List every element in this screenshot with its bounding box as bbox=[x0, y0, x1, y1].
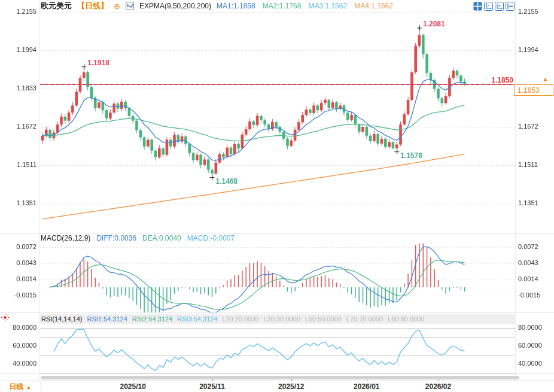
rsi-axis-label: 40.0000 bbox=[0, 360, 36, 367]
price-axis-label: 1.1833 bbox=[0, 84, 36, 92]
macd-axis-label: 0.0072 bbox=[518, 243, 553, 251]
ma-value-label: MA4:1.1562 bbox=[354, 2, 393, 10]
macd-axis-label: -0.0015 bbox=[518, 291, 553, 299]
rsi-value-label: RSI2:54.3124 bbox=[132, 315, 172, 323]
time-axis-label: 2026/02 bbox=[425, 382, 451, 391]
price-up-arrow-icon: ▲ bbox=[542, 75, 549, 83]
rsi-axis-label: 80.0000 bbox=[518, 324, 553, 332]
time-scrollbar-thumb[interactable] bbox=[41, 376, 519, 379]
macd-axis-label: 0.0072 bbox=[0, 243, 36, 251]
time-axis-label: 2025/12 bbox=[278, 382, 304, 391]
ma-value-label: MA1:1.1858 bbox=[217, 2, 255, 10]
chart-toolbar bbox=[473, 2, 515, 11]
axis-scale-right-icon[interactable] bbox=[495, 2, 504, 11]
candlestick-chart-icon bbox=[126, 2, 134, 10]
macd-axis-label: 0.0014 bbox=[0, 275, 36, 283]
rsi-value-label: L80:80.0000 bbox=[388, 315, 424, 323]
macd-value-label: DIFF:0.0036 bbox=[96, 234, 136, 242]
time-axis-label: 2026/01 bbox=[354, 382, 379, 391]
time-axis-tick bbox=[439, 379, 439, 381]
macd-value-label: DEA:0.0040 bbox=[142, 234, 181, 242]
price-axis-label: 1.1511 bbox=[518, 161, 553, 169]
macd-rsi-separator bbox=[0, 312, 554, 313]
rsi-axis-label: 60.0000 bbox=[518, 342, 553, 350]
rsi-title: RSI(14,14,14) bbox=[41, 315, 82, 323]
time-axis-label: 2025/10 bbox=[120, 382, 145, 391]
macd-values-row: DIFF:0.0036DEA:0.0040MACD:-0.0007 bbox=[96, 234, 235, 242]
price-axis-label: 1.2155 bbox=[0, 8, 36, 16]
ma-values-row: MA1:1.1858MA2:1.1768MA3:1.1562MA4:1.1562 bbox=[217, 2, 393, 10]
price-axis-label: 1.2155 bbox=[518, 8, 553, 16]
rsi-axis-label: 40.0000 bbox=[518, 360, 553, 367]
time-axis-tick bbox=[291, 379, 292, 381]
macd-axis-label: 0.0014 bbox=[518, 275, 553, 283]
last-price-box: 1.1853 bbox=[514, 84, 553, 96]
macd-title: MACD(26,12,9) bbox=[41, 234, 90, 242]
current-price-label: 1.1850 bbox=[491, 76, 513, 84]
rsi-bottom-separator bbox=[0, 373, 554, 374]
price-axis-label: 1.1511 bbox=[0, 161, 36, 169]
rsi-value-label: RSI1:54.3124 bbox=[87, 315, 127, 323]
price-annotation: 1.2081 bbox=[423, 20, 445, 28]
axis-scale-left-icon[interactable] bbox=[484, 2, 493, 11]
ma-value-label: MA3:1.1562 bbox=[308, 2, 347, 10]
time-scrollbar-track[interactable] bbox=[41, 376, 519, 379]
macd-axis-label: 0.0043 bbox=[518, 259, 553, 267]
add-indicator-icon[interactable]: ⊕ bbox=[114, 2, 120, 10]
rsi-axis-label: 80.0000 bbox=[0, 324, 36, 332]
right-axis-border bbox=[515, 0, 516, 381]
time-axis-tick bbox=[133, 379, 133, 381]
period-selector-label: 日线 bbox=[10, 382, 24, 392]
macd-axis-label: 0.0043 bbox=[0, 259, 36, 267]
price-axis-label: 1.1672 bbox=[0, 123, 36, 130]
pan-tool-icon[interactable] bbox=[473, 2, 482, 11]
macd-axis-label: -0.0015 bbox=[0, 291, 36, 299]
rsi-value-label: L20:20.0000 bbox=[222, 315, 258, 323]
indicator-name: EXPMA(9,50,200,200) bbox=[139, 2, 211, 10]
period-tag: 【日线】 bbox=[77, 1, 108, 11]
time-axis-tick bbox=[212, 379, 213, 381]
period-selector[interactable]: 日线 ▲ bbox=[0, 381, 41, 392]
symbol-name: 欧元美元 bbox=[41, 1, 72, 11]
period-selector-arrow-icon: ▲ bbox=[26, 384, 32, 390]
price-axis-label: 1.1351 bbox=[0, 199, 36, 207]
rsi-header: RSI(14,14,14) RSI1:54.3124RSI2:54.3124RS… bbox=[40, 314, 515, 324]
rsi-axis-label: 60.0000 bbox=[0, 342, 36, 350]
indicator-alert-icon[interactable] bbox=[1, 313, 10, 322]
main-chart-header: 欧元美元 【日线】 ⊕ EXPMA(9,50,200,200) MA1:1.18… bbox=[41, 1, 393, 11]
time-axis-tick bbox=[367, 379, 367, 381]
chart-canvas[interactable] bbox=[0, 0, 554, 392]
go-to-latest-icon[interactable] bbox=[506, 2, 515, 11]
price-annotation: 1.1468 bbox=[216, 177, 238, 186]
price-axis-label: 1.1351 bbox=[518, 199, 553, 207]
time-axis-label: 2025/11 bbox=[199, 382, 225, 391]
rsi-value-label: L70:70.0000 bbox=[346, 315, 383, 323]
macd-header: MACD(26,12,9) DIFF:0.0036DEA:0.0040MACD:… bbox=[41, 234, 235, 242]
price-annotation: 1.1576 bbox=[400, 151, 422, 160]
time-axis: 2025/102025/112025/122026/012026/02 bbox=[0, 381, 554, 392]
rsi-value-label: RSI3:54.3124 bbox=[177, 315, 217, 323]
rsi-value-label: L30:30.0000 bbox=[264, 315, 300, 323]
price-axis-label: 1.1994 bbox=[518, 46, 553, 54]
ma-value-label: MA2:1.1768 bbox=[263, 2, 302, 10]
rsi-values-row: RSI1:54.3124RSI2:54.3124RSI3:54.3124L20:… bbox=[87, 315, 424, 323]
price-axis-label: 1.1994 bbox=[0, 46, 36, 54]
rsi-value-label: L50:50.0000 bbox=[305, 315, 342, 323]
macd-value-label: MACD:-0.0007 bbox=[187, 234, 235, 242]
price-annotation: 1.1918 bbox=[87, 59, 109, 67]
price-axis-label: 1.1672 bbox=[518, 123, 553, 130]
